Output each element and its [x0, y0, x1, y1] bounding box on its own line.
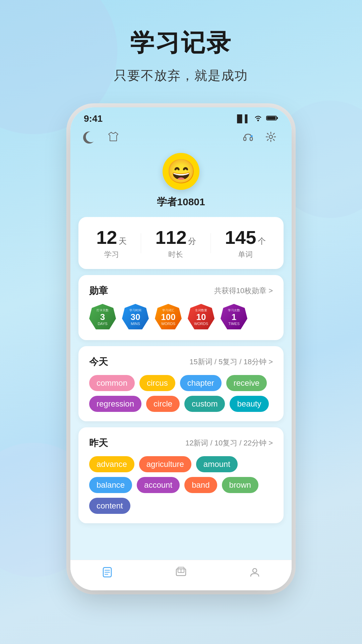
svg-rect-5	[250, 137, 252, 141]
word-tag-balance[interactable]: balance	[89, 477, 132, 493]
word-tag-beauty[interactable]: beauty	[230, 396, 268, 412]
headphone-icon[interactable]	[241, 129, 255, 144]
stat-days: 12 天 学习	[96, 226, 127, 260]
page-title: 学习记录	[0, 27, 362, 59]
stat-words-label: 单词	[225, 250, 266, 260]
avatar: 😄	[163, 153, 199, 190]
wifi-icon	[253, 114, 263, 123]
svg-point-6	[251, 135, 253, 137]
badge-10words: 生词数量 10 WORDS	[188, 304, 215, 331]
tab-profile[interactable]	[249, 566, 261, 581]
stat-days-number: 12	[96, 227, 117, 248]
settings-icon[interactable]	[263, 129, 278, 144]
yesterday-title: 昨天	[89, 437, 108, 449]
stat-minutes: 112 分 时长	[155, 226, 196, 260]
badge-row: 打卡天数 3 DAYS 学习时间 30 MINS	[89, 304, 273, 331]
tab-record-icon	[101, 566, 113, 581]
badge-card: 勋章 共获得10枚勋章 > 打卡天数 3 DAYS 学习时间	[78, 275, 284, 340]
avatar-section: 😄 学者10801	[70, 150, 292, 217]
badge-1times: 学习次数 1 TIMES	[221, 304, 247, 331]
word-tag-custom[interactable]: custom	[184, 396, 225, 412]
word-tag-content[interactable]: content	[89, 498, 130, 514]
badge-title: 勋章	[89, 284, 108, 297]
signal-icon: ▐▌▌	[234, 114, 250, 123]
svg-point-0	[257, 120, 259, 121]
svg-rect-2	[277, 117, 278, 119]
today-stats[interactable]: 15新词 / 5复习 / 18分钟 >	[189, 357, 273, 367]
word-tag-advance[interactable]: advance	[89, 456, 134, 472]
today-words: common circus chapter receive regression…	[89, 375, 273, 412]
username: 学者10801	[157, 195, 205, 209]
word-tag-agriculture[interactable]: agriculture	[139, 456, 191, 472]
tab-study[interactable]	[175, 566, 187, 581]
word-tag-common[interactable]: common	[89, 375, 135, 391]
tab-study-icon	[175, 566, 187, 581]
badge-link[interactable]: 共获得10枚勋章 >	[214, 286, 273, 296]
word-tag-chapter[interactable]: chapter	[180, 375, 222, 391]
stat-minutes-unit: 分	[188, 236, 196, 246]
badge-100words: 学习词汇 100 WORDS	[155, 304, 182, 331]
svg-rect-4	[244, 137, 246, 141]
badge-30mins: 学习时间 30 MINS	[122, 304, 149, 331]
status-time: 9:41	[84, 113, 103, 124]
today-card: 今天 15新词 / 5复习 / 18分钟 > common circus cha…	[78, 346, 284, 421]
svg-point-7	[269, 135, 273, 139]
tab-record[interactable]	[101, 566, 113, 581]
yesterday-card: 昨天 12新词 / 10复习 / 22分钟 > advance agricult…	[78, 427, 284, 523]
stat-words-number: 145	[225, 227, 256, 248]
tab-bar	[70, 560, 292, 590]
phone-mockup: 9:41 ▐▌▌	[70, 107, 292, 590]
status-bar: 9:41 ▐▌▌	[70, 107, 292, 124]
badge-3days: 打卡天数 3 DAYS	[89, 304, 116, 331]
battery-icon	[266, 114, 278, 123]
yesterday-words: advance agriculture amount balance accou…	[89, 456, 273, 514]
svg-point-15	[253, 569, 257, 573]
word-tag-circus[interactable]: circus	[139, 375, 175, 391]
stat-words-unit: 个	[258, 236, 266, 246]
stat-days-label: 学习	[96, 250, 127, 260]
today-title: 今天	[89, 356, 108, 368]
word-tag-circle[interactable]: circle	[146, 396, 180, 412]
word-tag-account[interactable]: account	[137, 477, 180, 493]
stats-card: 12 天 学习 112 分 时长 145 个	[78, 217, 284, 269]
yesterday-stats[interactable]: 12新词 / 10复习 / 22分钟 >	[185, 438, 273, 448]
page-subtitle: 只要不放弃，就是成功	[0, 67, 362, 84]
svg-rect-3	[267, 117, 276, 120]
nav-bar	[70, 124, 292, 150]
word-tag-brown[interactable]: brown	[222, 477, 258, 493]
shirt-icon[interactable]	[106, 129, 121, 144]
word-tag-amount[interactable]: amount	[196, 456, 238, 472]
stat-days-unit: 天	[119, 236, 127, 246]
word-tag-band[interactable]: band	[184, 477, 217, 493]
stat-words: 145 个 单词	[225, 226, 266, 260]
moon-icon[interactable]	[84, 129, 99, 144]
tab-profile-icon	[249, 566, 261, 581]
word-tag-regression[interactable]: regression	[89, 396, 141, 412]
stat-minutes-label: 时长	[155, 250, 196, 260]
word-tag-receive[interactable]: receive	[226, 375, 267, 391]
stat-minutes-number: 112	[155, 227, 186, 248]
